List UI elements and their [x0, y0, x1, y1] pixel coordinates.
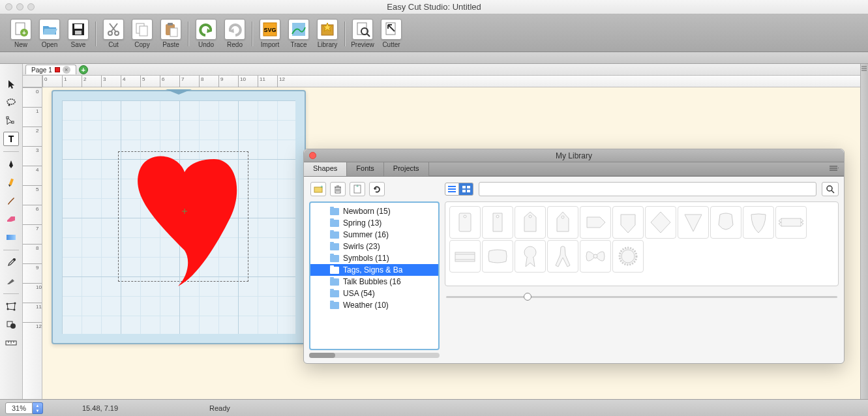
grid-view-button[interactable] [459, 183, 473, 196]
shape-thumbnail-seal[interactable] [612, 240, 644, 273]
folder-item[interactable]: Summer (16) [310, 229, 438, 241]
save-button[interactable]: Save [64, 16, 93, 52]
add-file-button[interactable]: + [350, 182, 365, 196]
brush-tool-icon[interactable] [3, 194, 19, 208]
delete-button[interactable] [330, 182, 346, 196]
shape-thumbnail-tag-rect[interactable] [449, 206, 481, 239]
ruler-tick: 9 [23, 263, 42, 283]
shape-thumbnail-shield[interactable] [743, 206, 774, 239]
ruler-tick: 4 [23, 166, 42, 185]
minimize-window-icon[interactable] [16, 3, 23, 10]
svg-point-32 [14, 303, 16, 305]
tool-separator [3, 151, 19, 152]
folder-label: Summer (16) [343, 230, 389, 239]
folder-item[interactable]: Weather (10) [310, 299, 438, 311]
library-close-icon[interactable] [309, 152, 316, 159]
knife-tool-icon[interactable] [3, 274, 19, 288]
svg-rect-63 [467, 186, 470, 188]
ruler-vertical[interactable]: 0123456789101112 [23, 87, 42, 399]
shape-thumbnail-banner-rect[interactable] [449, 240, 481, 273]
shape-thumbnail-diamond[interactable] [645, 206, 676, 239]
shape-thumbnail-tag-point2[interactable] [547, 206, 578, 239]
folder-icon [330, 302, 339, 309]
zoom-control[interactable]: 31% ▲▼ [5, 402, 43, 414]
panel-menu-icon[interactable] [830, 166, 839, 172]
shape-tool-icon[interactable] [3, 318, 19, 332]
preview-button[interactable]: Preview [348, 16, 377, 52]
svg-point-24 [8, 104, 10, 106]
library-header[interactable]: My Library [304, 149, 844, 162]
add-page-button[interactable]: + [79, 65, 88, 74]
paste-button[interactable]: Paste [157, 16, 185, 52]
gradient-tool-icon[interactable] [3, 230, 19, 245]
text-tool-icon[interactable]: T [3, 132, 19, 146]
page-close-icon[interactable]: × [63, 66, 70, 74]
panel-dock-edge[interactable] [860, 64, 868, 399]
undo-button[interactable]: Undo [192, 16, 220, 52]
shape-thumbnail-badge[interactable] [710, 206, 741, 239]
search-button[interactable] [822, 182, 839, 196]
lasso-tool-icon[interactable] [3, 95, 19, 110]
library-button[interactable]: Library [313, 16, 342, 52]
library-tab-fonts[interactable]: Fonts [347, 162, 384, 176]
zoom-stepper[interactable]: ▲▼ [33, 402, 43, 414]
svg-point-79 [621, 250, 635, 263]
node-edit-tool-icon[interactable] [3, 113, 19, 128]
library-tab-shapes[interactable]: Shapes [304, 162, 347, 176]
pen-tool-icon[interactable] [3, 157, 19, 171]
shape-thumbnail-tag-angle[interactable] [482, 206, 513, 239]
shape-thumbnail-tag-point[interactable] [515, 206, 546, 239]
eraser-tool-icon[interactable] [3, 212, 19, 226]
shape-thumbnail-label[interactable] [580, 206, 611, 239]
cutter-button[interactable]: Cutter [377, 16, 406, 52]
list-view-button[interactable] [445, 183, 459, 196]
folder-list-scrollbar[interactable] [309, 353, 440, 358]
pencil-tool-icon[interactable] [3, 175, 19, 190]
folder-list[interactable]: Newborn (15)Spring (13)Summer (16)Swirls… [309, 201, 440, 350]
folder-item[interactable]: Talk Bubbles (16 [310, 276, 438, 288]
ruler-tick: 11 [23, 303, 42, 322]
add-folder-button[interactable]: + [310, 182, 326, 196]
shape-thumbnail-award-ribbon[interactable] [515, 240, 546, 273]
zoom-field[interactable]: 31% [5, 402, 33, 414]
shape-thumbnail-pillow[interactable] [482, 240, 513, 273]
folder-icon [330, 255, 339, 262]
folder-item[interactable]: Newborn (15) [310, 205, 438, 217]
search-input[interactable] [479, 182, 816, 196]
toolbar-label: Undo [198, 41, 214, 48]
thumbnail-size-slider[interactable] [445, 291, 839, 302]
library-title: My Library [556, 151, 592, 160]
svg-point-66 [827, 186, 832, 191]
trace-button[interactable]: Trace [284, 16, 313, 52]
zoom-window-icon[interactable] [27, 3, 35, 10]
measure-tool-icon[interactable] [3, 336, 19, 350]
ruler-horizontal[interactable]: 0123456789101112 [42, 76, 868, 87]
folder-item[interactable]: Swirls (23) [310, 241, 438, 252]
shape-thumbnail-banner[interactable] [775, 206, 807, 239]
cutting-mat[interactable] [52, 90, 306, 344]
copy-button[interactable]: Copy [128, 16, 157, 52]
folder-label: Weather (10) [343, 301, 389, 310]
library-tab-projects[interactable]: Projects [384, 162, 429, 176]
heart-shape[interactable] [119, 146, 250, 290]
shape-thumbnail-triangle-down[interactable] [678, 206, 709, 239]
selection-tool-icon[interactable] [3, 77, 19, 91]
open-button[interactable]: Open [35, 16, 64, 52]
shape-thumbnail-bow[interactable] [580, 240, 611, 273]
shape-thumbnail-ribbon-awareness[interactable] [547, 240, 578, 273]
refresh-button[interactable] [369, 182, 385, 196]
folder-item[interactable]: Tags, Signs & Ba [310, 264, 438, 276]
panel-menu-icon[interactable] [861, 65, 867, 72]
folder-item[interactable]: Symbols (11) [310, 252, 438, 264]
redo-button[interactable]: Redo [220, 16, 249, 52]
shape-thumbnail-shield-down[interactable] [612, 206, 644, 239]
cut-button[interactable]: Cut [99, 16, 128, 52]
folder-item[interactable]: USA (54) [310, 288, 438, 299]
folder-item[interactable]: Spring (13) [310, 217, 438, 229]
eyedropper-tool-icon[interactable] [3, 256, 19, 270]
import-button[interactable]: SVGImport [256, 16, 284, 52]
close-window-icon[interactable] [5, 3, 12, 10]
distort-tool-icon[interactable] [3, 299, 19, 314]
new-button[interactable]: +New [7, 16, 35, 52]
page-tab[interactable]: Page 1 × [25, 65, 76, 74]
